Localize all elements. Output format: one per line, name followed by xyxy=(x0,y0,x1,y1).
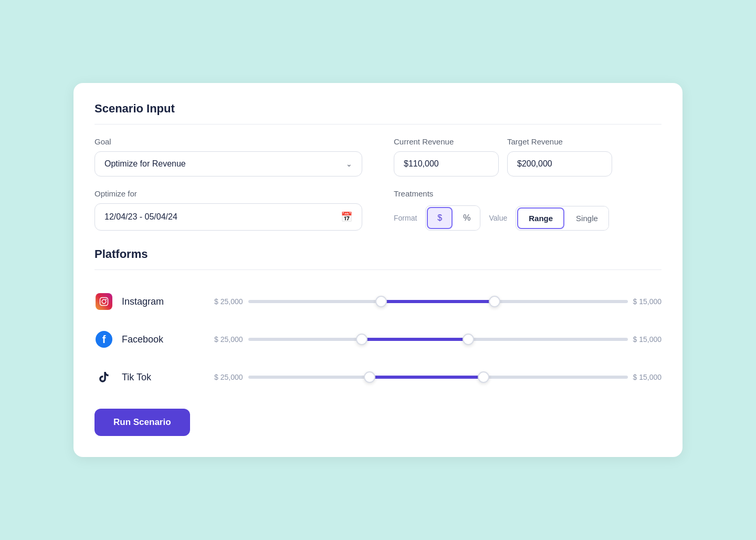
scenario-input-section: Scenario Input Goal Optimize for Revenue… xyxy=(94,102,662,231)
value-range-btn[interactable]: Range xyxy=(517,207,564,229)
instagram-controls: $ 25,000 $ 15,000 xyxy=(214,297,662,306)
instagram-slider[interactable] xyxy=(248,299,628,304)
current-revenue-group: Current Revenue xyxy=(394,137,499,176)
treatments-group: Treatments Format $ % Value Range Single xyxy=(394,189,662,231)
value-toggle-group: Range Single xyxy=(516,206,609,231)
value-single-btn[interactable]: Single xyxy=(565,206,608,230)
tiktok-controls: $ 25,000 $ 15,000 xyxy=(214,373,662,381)
tiktok-left-value: $ 25,000 xyxy=(214,373,243,381)
facebook-left-value: $ 25,000 xyxy=(214,335,243,344)
revenue-inputs-row: Current Revenue Target Revenue xyxy=(394,137,662,176)
instagram-right-value: $ 15,000 xyxy=(633,297,662,306)
instagram-name: Instagram xyxy=(122,296,206,307)
platform-row-tiktok: Tik Tok $ 25,000 $ 15,000 xyxy=(94,358,662,396)
main-card: Scenario Input Goal Optimize for Revenue… xyxy=(74,83,682,457)
facebook-thumb-right[interactable] xyxy=(463,334,474,345)
tiktok-right-value: $ 15,000 xyxy=(633,373,662,381)
tiktok-thumb-left[interactable] xyxy=(364,371,375,383)
svg-point-1 xyxy=(102,299,106,304)
run-scenario-button[interactable]: Run Scenario xyxy=(94,409,190,436)
tiktok-icon-wrapper xyxy=(94,368,113,387)
instagram-icon xyxy=(94,292,113,311)
tiktok-logo xyxy=(96,369,112,386)
facebook-thumb-left[interactable] xyxy=(356,334,368,345)
format-toggle-group: $ % xyxy=(425,205,480,231)
value-label: Value xyxy=(489,214,507,222)
tiktok-name: Tik Tok xyxy=(122,372,206,383)
platform-row-facebook: f Facebook $ 25,000 $ 15,000 xyxy=(94,320,662,358)
format-label: Format xyxy=(394,214,417,222)
target-revenue-input[interactable] xyxy=(507,151,612,176)
platforms-title: Platforms xyxy=(94,247,662,261)
input-grid: Goal Optimize for Revenue ⌄ Optimize for… xyxy=(94,137,662,231)
current-revenue-input[interactable] xyxy=(394,151,499,176)
format-dollar-btn[interactable]: $ xyxy=(427,207,453,229)
platform-row-instagram: Instagram $ 25,000 $ 15,000 xyxy=(94,283,662,320)
format-percent-btn[interactable]: % xyxy=(454,206,480,230)
date-range-value: 12/04/23 - 05/04/24 xyxy=(104,212,177,222)
instagram-logo xyxy=(96,293,112,310)
section-divider xyxy=(94,124,662,124)
tiktok-slider[interactable] xyxy=(248,375,628,380)
goal-label: Goal xyxy=(94,137,362,146)
treatments-controls: Format $ % Value Range Single xyxy=(394,205,662,231)
instagram-fill xyxy=(381,300,495,303)
calendar-icon: 📅 xyxy=(341,211,352,223)
right-column: Current Revenue Target Revenue Treatment… xyxy=(394,137,662,231)
target-revenue-label: Target Revenue xyxy=(507,137,612,146)
optimize-for-label: Optimize for xyxy=(94,189,362,198)
scenario-input-title: Scenario Input xyxy=(94,102,662,116)
instagram-thumb-left[interactable] xyxy=(375,296,387,307)
date-range-field[interactable]: 12/04/23 - 05/04/24 📅 xyxy=(94,203,362,231)
facebook-fill xyxy=(362,338,468,341)
svg-point-2 xyxy=(106,299,107,300)
instagram-left-value: $ 25,000 xyxy=(214,297,243,306)
treatments-label: Treatments xyxy=(394,189,662,198)
goal-select[interactable]: Optimize for Revenue ⌄ xyxy=(94,151,362,176)
tiktok-thumb-right[interactable] xyxy=(478,371,489,383)
tiktok-fill xyxy=(370,376,484,379)
target-revenue-group: Target Revenue xyxy=(507,137,612,176)
revenue-fields: Current Revenue Target Revenue xyxy=(394,137,662,176)
goal-field-group: Goal Optimize for Revenue ⌄ xyxy=(94,137,362,176)
goal-select-value: Optimize for Revenue xyxy=(104,159,186,169)
current-revenue-label: Current Revenue xyxy=(394,137,499,146)
platforms-section: Platforms Instagram $ 25,000 xyxy=(94,247,662,396)
instagram-thumb-right[interactable] xyxy=(489,296,500,307)
platforms-divider xyxy=(94,269,662,270)
facebook-slider[interactable] xyxy=(248,337,628,342)
chevron-down-icon: ⌄ xyxy=(346,160,352,168)
facebook-right-value: $ 15,000 xyxy=(633,335,662,344)
optimize-for-field-group: Optimize for 12/04/23 - 05/04/24 📅 xyxy=(94,189,362,231)
left-column: Goal Optimize for Revenue ⌄ Optimize for… xyxy=(94,137,362,231)
facebook-icon-wrapper: f xyxy=(94,330,113,349)
facebook-name: Facebook xyxy=(122,334,206,345)
facebook-logo: f xyxy=(96,331,112,348)
svg-rect-0 xyxy=(100,298,108,306)
facebook-controls: $ 25,000 $ 15,000 xyxy=(214,335,662,344)
